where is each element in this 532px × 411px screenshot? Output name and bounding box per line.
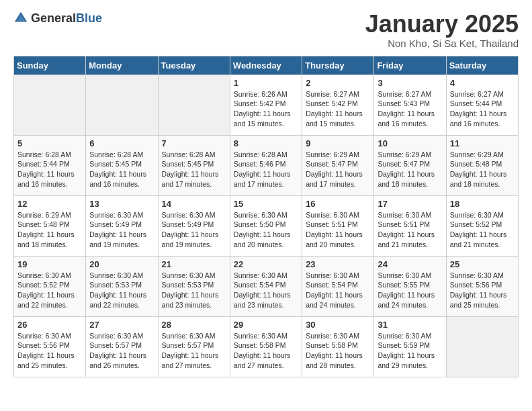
day-cell: 25Sunrise: 6:30 AM Sunset: 5:56 PM Dayli… [446,256,518,316]
day-number: 23 [306,259,370,269]
calendar-subtitle: Non Kho, Si Sa Ket, Thailand [365,38,519,49]
day-info: Sunrise: 6:28 AM Sunset: 5:44 PM Dayligh… [17,150,82,189]
day-cell: 11Sunrise: 6:29 AM Sunset: 5:48 PM Dayli… [446,135,518,195]
day-number: 20 [89,259,154,269]
day-cell: 17Sunrise: 6:30 AM Sunset: 5:51 PM Dayli… [374,195,446,256]
day-number: 2 [306,78,370,88]
day-info: Sunrise: 6:28 AM Sunset: 5:46 PM Dayligh… [234,150,298,189]
day-number: 26 [17,320,82,330]
day-cell: 6Sunrise: 6:28 AM Sunset: 5:45 PM Daylig… [86,135,158,195]
week-row-4: 19Sunrise: 6:30 AM Sunset: 5:52 PM Dayli… [14,256,519,316]
day-cell [86,75,158,135]
day-info: Sunrise: 6:30 AM Sunset: 5:49 PM Dayligh… [89,210,154,250]
day-info: Sunrise: 6:30 AM Sunset: 5:55 PM Dayligh… [378,271,442,310]
day-info: Sunrise: 6:30 AM Sunset: 5:57 PM Dayligh… [89,331,154,371]
day-info: Sunrise: 6:30 AM Sunset: 5:53 PM Dayligh… [162,271,226,310]
day-number: 10 [378,138,442,148]
day-number: 4 [450,78,515,88]
day-number: 12 [17,199,82,209]
day-cell [446,316,518,377]
day-number: 11 [450,138,515,148]
day-cell: 12Sunrise: 6:29 AM Sunset: 5:48 PM Dayli… [14,195,86,256]
day-cell: 24Sunrise: 6:30 AM Sunset: 5:55 PM Dayli… [374,256,446,316]
day-number: 22 [234,259,298,269]
day-number: 15 [234,199,298,209]
day-info: Sunrise: 6:30 AM Sunset: 5:58 PM Dayligh… [306,331,370,371]
day-info: Sunrise: 6:29 AM Sunset: 5:47 PM Dayligh… [306,150,370,189]
week-row-2: 5Sunrise: 6:28 AM Sunset: 5:44 PM Daylig… [14,135,519,195]
day-info: Sunrise: 6:27 AM Sunset: 5:44 PM Dayligh… [450,89,515,129]
day-number: 30 [306,320,370,330]
day-cell: 13Sunrise: 6:30 AM Sunset: 5:49 PM Dayli… [86,195,158,256]
day-number: 28 [162,320,226,330]
day-number: 24 [378,259,442,269]
header: GeneralBlue January 2025 Non Kho, Si Sa … [13,11,519,49]
header-sunday: Sunday [14,56,86,75]
day-number: 8 [234,138,298,148]
day-number: 5 [17,138,82,148]
day-cell: 18Sunrise: 6:30 AM Sunset: 5:52 PM Dayli… [446,195,518,256]
day-cell: 10Sunrise: 6:29 AM Sunset: 5:47 PM Dayli… [374,135,446,195]
day-cell: 19Sunrise: 6:30 AM Sunset: 5:52 PM Dayli… [14,256,86,316]
day-info: Sunrise: 6:27 AM Sunset: 5:42 PM Dayligh… [306,89,370,129]
day-number: 7 [162,138,226,148]
day-info: Sunrise: 6:29 AM Sunset: 5:48 PM Dayligh… [450,150,515,189]
day-number: 14 [162,199,226,209]
header-monday: Monday [86,56,158,75]
day-cell: 16Sunrise: 6:30 AM Sunset: 5:51 PM Dayli… [302,195,374,256]
day-info: Sunrise: 6:30 AM Sunset: 5:52 PM Dayligh… [17,271,82,310]
day-number: 21 [162,259,226,269]
day-info: Sunrise: 6:28 AM Sunset: 5:45 PM Dayligh… [162,150,226,189]
day-info: Sunrise: 6:26 AM Sunset: 5:42 PM Dayligh… [234,89,298,129]
day-number: 17 [378,199,442,209]
day-cell: 15Sunrise: 6:30 AM Sunset: 5:50 PM Dayli… [230,195,302,256]
logo-general: General [31,11,76,25]
header-saturday: Saturday [446,56,518,75]
day-info: Sunrise: 6:30 AM Sunset: 5:57 PM Dayligh… [162,331,226,371]
day-cell: 3Sunrise: 6:27 AM Sunset: 5:43 PM Daylig… [374,75,446,135]
header-tuesday: Tuesday [158,56,230,75]
day-info: Sunrise: 6:30 AM Sunset: 5:58 PM Dayligh… [234,331,298,371]
day-number: 29 [234,320,298,330]
day-cell: 4Sunrise: 6:27 AM Sunset: 5:44 PM Daylig… [446,75,518,135]
day-cell: 9Sunrise: 6:29 AM Sunset: 5:47 PM Daylig… [302,135,374,195]
day-info: Sunrise: 6:30 AM Sunset: 5:59 PM Dayligh… [378,331,442,371]
calendar-title: January 2025 [365,11,519,38]
day-number: 27 [89,320,154,330]
day-number: 3 [378,78,442,88]
day-number: 9 [306,138,370,148]
day-number: 6 [89,138,154,148]
day-cell [158,75,230,135]
header-friday: Friday [374,56,446,75]
day-info: Sunrise: 6:28 AM Sunset: 5:45 PM Dayligh… [89,150,154,189]
day-info: Sunrise: 6:30 AM Sunset: 5:56 PM Dayligh… [450,271,515,310]
week-row-5: 26Sunrise: 6:30 AM Sunset: 5:56 PM Dayli… [14,316,519,377]
week-row-3: 12Sunrise: 6:29 AM Sunset: 5:48 PM Dayli… [14,195,519,256]
day-number: 1 [234,78,298,88]
day-number: 13 [89,199,154,209]
header-wednesday: Wednesday [230,56,302,75]
logo: GeneralBlue [13,11,102,26]
calendar-table: SundayMondayTuesdayWednesdayThursdayFrid… [13,56,519,377]
week-row-1: 1Sunrise: 6:26 AM Sunset: 5:42 PM Daylig… [14,75,519,135]
day-number: 18 [450,199,515,209]
day-cell: 2Sunrise: 6:27 AM Sunset: 5:42 PM Daylig… [302,75,374,135]
day-number: 19 [17,259,82,269]
day-cell: 1Sunrise: 6:26 AM Sunset: 5:42 PM Daylig… [230,75,302,135]
day-info: Sunrise: 6:30 AM Sunset: 5:56 PM Dayligh… [17,331,82,371]
day-cell [14,75,86,135]
day-cell: 30Sunrise: 6:30 AM Sunset: 5:58 PM Dayli… [302,316,374,377]
calendar-header-row: SundayMondayTuesdayWednesdayThursdayFrid… [14,56,519,75]
day-info: Sunrise: 6:30 AM Sunset: 5:54 PM Dayligh… [234,271,298,310]
day-number: 25 [450,259,515,269]
day-cell: 7Sunrise: 6:28 AM Sunset: 5:45 PM Daylig… [158,135,230,195]
day-cell: 26Sunrise: 6:30 AM Sunset: 5:56 PM Dayli… [14,316,86,377]
day-info: Sunrise: 6:29 AM Sunset: 5:48 PM Dayligh… [17,210,82,250]
day-info: Sunrise: 6:30 AM Sunset: 5:49 PM Dayligh… [162,210,226,250]
day-number: 16 [306,199,370,209]
header-thursday: Thursday [302,56,374,75]
day-cell: 22Sunrise: 6:30 AM Sunset: 5:54 PM Dayli… [230,256,302,316]
day-info: Sunrise: 6:30 AM Sunset: 5:51 PM Dayligh… [378,210,442,250]
logo-blue: Blue [76,11,102,25]
day-cell: 14Sunrise: 6:30 AM Sunset: 5:49 PM Dayli… [158,195,230,256]
